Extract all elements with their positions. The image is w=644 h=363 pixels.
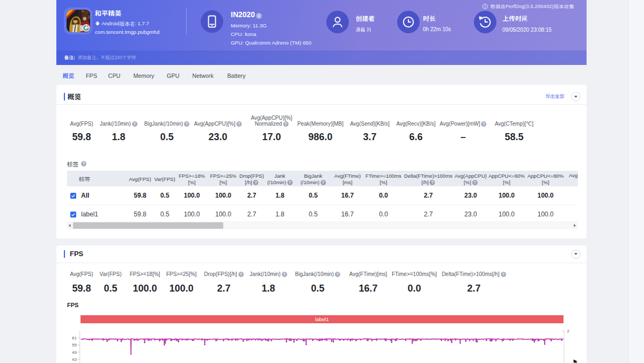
svg-text:49: 49 <box>72 350 77 355</box>
svg-text:43: 43 <box>72 357 77 362</box>
svg-text:2: 2 <box>567 329 570 333</box>
svg-text:55: 55 <box>72 343 77 347</box>
svg-text:61: 61 <box>72 336 77 340</box>
